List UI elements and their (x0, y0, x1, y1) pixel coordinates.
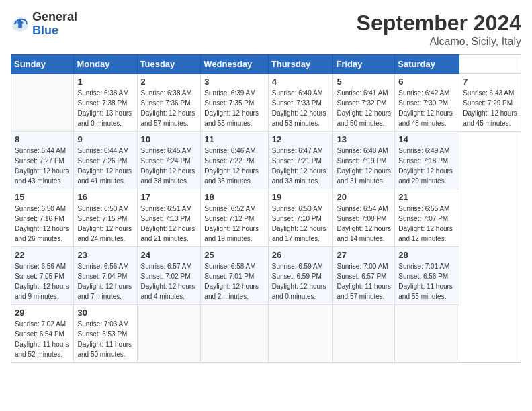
day-number: 6 (398, 77, 455, 87)
calendar-cell: 10Sunrise: 6:45 AMSunset: 7:24 PMDayligh… (137, 132, 201, 189)
day-info: Sunrise: 6:54 AMSunset: 7:08 PMDaylight:… (337, 203, 391, 244)
calendar-cell (333, 305, 395, 363)
day-info: Sunrise: 6:50 AMSunset: 7:16 PMDaylight:… (15, 203, 70, 244)
calendar-cell: 16Sunrise: 6:50 AMSunset: 7:15 PMDayligh… (74, 189, 137, 247)
day-header-monday: Monday (74, 55, 137, 74)
calendar-cell: 23Sunrise: 6:56 AMSunset: 7:04 PMDayligh… (74, 247, 137, 305)
location: Alcamo, Sicily, Italy (357, 36, 521, 48)
calendar-cell: 22Sunrise: 6:56 AMSunset: 7:05 PMDayligh… (11, 247, 74, 305)
day-info: Sunrise: 6:58 AMSunset: 7:01 PMDaylight:… (204, 261, 264, 302)
calendar-cell: 17Sunrise: 6:51 AMSunset: 7:13 PMDayligh… (137, 189, 201, 247)
day-info: Sunrise: 6:56 AMSunset: 7:05 PMDaylight:… (15, 261, 70, 302)
day-number: 18 (204, 192, 264, 202)
logo-general: General (32, 11, 77, 24)
calendar-cell: 12Sunrise: 6:47 AMSunset: 7:21 PMDayligh… (268, 132, 333, 189)
calendar-header-row: SundayMondayTuesdayWednesdayThursdayFrid… (11, 55, 521, 74)
day-number: 3 (204, 77, 264, 87)
day-number: 25 (204, 250, 264, 260)
day-header-sunday: Sunday (11, 55, 74, 74)
day-info: Sunrise: 6:49 AMSunset: 7:18 PMDaylight:… (398, 146, 455, 186)
day-number: 22 (15, 250, 70, 260)
day-number: 13 (337, 134, 391, 144)
calendar-cell: 2Sunrise: 6:38 AMSunset: 7:36 PMDaylight… (137, 74, 201, 132)
calendar-cell (11, 74, 74, 132)
calendar-cell: 11Sunrise: 6:46 AMSunset: 7:22 PMDayligh… (201, 132, 268, 189)
day-info: Sunrise: 6:45 AMSunset: 7:24 PMDaylight:… (141, 146, 197, 186)
calendar-cell: 4Sunrise: 6:40 AMSunset: 7:33 PMDaylight… (268, 74, 333, 132)
calendar-cell: 3Sunrise: 6:39 AMSunset: 7:35 PMDaylight… (201, 74, 268, 132)
calendar: SundayMondayTuesdayWednesdayThursdayFrid… (11, 54, 521, 363)
day-header-wednesday: Wednesday (201, 55, 268, 74)
day-header-friday: Friday (333, 55, 395, 74)
day-info: Sunrise: 6:46 AMSunset: 7:22 PMDaylight:… (204, 146, 264, 186)
logo-blue: Blue (32, 24, 77, 38)
day-info: Sunrise: 7:00 AMSunset: 6:57 PMDaylight:… (337, 261, 391, 302)
calendar-cell (395, 305, 459, 363)
day-number: 29 (15, 308, 70, 318)
day-number: 10 (141, 134, 197, 144)
day-info: Sunrise: 6:59 AMSunset: 6:59 PMDaylight:… (272, 261, 330, 302)
calendar-cell: 19Sunrise: 6:53 AMSunset: 7:10 PMDayligh… (268, 189, 333, 247)
logo: General Blue (11, 11, 77, 38)
day-info: Sunrise: 7:02 AMSunset: 6:54 PMDaylight:… (15, 319, 70, 359)
day-info: Sunrise: 6:42 AMSunset: 7:30 PMDaylight:… (398, 88, 455, 128)
day-info: Sunrise: 6:56 AMSunset: 7:04 PMDaylight:… (77, 261, 133, 302)
day-number: 23 (77, 250, 133, 260)
day-info: Sunrise: 6:57 AMSunset: 7:02 PMDaylight:… (141, 261, 197, 302)
logo-icon (11, 15, 30, 34)
day-number: 11 (204, 134, 264, 144)
day-number: 7 (463, 77, 517, 87)
calendar-cell: 7Sunrise: 6:43 AMSunset: 7:29 PMDaylight… (459, 74, 521, 132)
day-info: Sunrise: 6:55 AMSunset: 7:07 PMDaylight:… (398, 203, 455, 244)
day-info: Sunrise: 7:03 AMSunset: 6:53 PMDaylight:… (77, 319, 133, 359)
day-info: Sunrise: 7:01 AMSunset: 6:56 PMDaylight:… (398, 261, 455, 302)
calendar-week-row: 8Sunrise: 6:44 AMSunset: 7:27 PMDaylight… (11, 132, 521, 189)
calendar-cell: 27Sunrise: 7:00 AMSunset: 6:57 PMDayligh… (333, 247, 395, 305)
day-info: Sunrise: 6:39 AMSunset: 7:35 PMDaylight:… (204, 88, 264, 128)
calendar-week-row: 22Sunrise: 6:56 AMSunset: 7:05 PMDayligh… (11, 247, 521, 305)
calendar-cell (137, 305, 201, 363)
day-info: Sunrise: 6:44 AMSunset: 7:27 PMDaylight:… (15, 146, 70, 186)
calendar-cell: 15Sunrise: 6:50 AMSunset: 7:16 PMDayligh… (11, 189, 74, 247)
day-number: 20 (337, 192, 391, 202)
calendar-week-row: 29Sunrise: 7:02 AMSunset: 6:54 PMDayligh… (11, 305, 521, 363)
calendar-cell (268, 305, 333, 363)
day-header-thursday: Thursday (268, 55, 333, 74)
day-info: Sunrise: 6:52 AMSunset: 7:12 PMDaylight:… (204, 203, 264, 244)
day-number: 30 (77, 308, 133, 318)
day-info: Sunrise: 6:51 AMSunset: 7:13 PMDaylight:… (141, 203, 197, 244)
calendar-cell: 20Sunrise: 6:54 AMSunset: 7:08 PMDayligh… (333, 189, 395, 247)
day-number: 8 (15, 134, 70, 144)
calendar-week-row: 15Sunrise: 6:50 AMSunset: 7:16 PMDayligh… (11, 189, 521, 247)
day-number: 12 (272, 134, 330, 144)
day-number: 27 (337, 250, 391, 260)
calendar-cell: 28Sunrise: 7:01 AMSunset: 6:56 PMDayligh… (395, 247, 459, 305)
day-info: Sunrise: 6:38 AMSunset: 7:38 PMDaylight:… (77, 88, 133, 128)
calendar-cell: 6Sunrise: 6:42 AMSunset: 7:30 PMDaylight… (395, 74, 459, 132)
day-info: Sunrise: 6:44 AMSunset: 7:26 PMDaylight:… (77, 146, 133, 186)
day-number: 26 (272, 250, 330, 260)
calendar-cell: 8Sunrise: 6:44 AMSunset: 7:27 PMDaylight… (11, 132, 74, 189)
day-number: 24 (141, 250, 197, 260)
calendar-cell: 5Sunrise: 6:41 AMSunset: 7:32 PMDaylight… (333, 74, 395, 132)
logo-text: General Blue (32, 11, 77, 38)
day-number: 19 (272, 192, 330, 202)
day-number: 1 (77, 77, 133, 87)
day-header-saturday: Saturday (395, 55, 459, 74)
calendar-cell: 13Sunrise: 6:48 AMSunset: 7:19 PMDayligh… (333, 132, 395, 189)
day-number: 5 (337, 77, 391, 87)
calendar-cell: 9Sunrise: 6:44 AMSunset: 7:26 PMDaylight… (74, 132, 137, 189)
day-number: 17 (141, 192, 197, 202)
calendar-week-row: 1Sunrise: 6:38 AMSunset: 7:38 PMDaylight… (11, 74, 521, 132)
day-info: Sunrise: 6:48 AMSunset: 7:19 PMDaylight:… (337, 146, 391, 186)
page-header: General Blue September 2024 Alcamo, Sici… (11, 11, 521, 48)
calendar-cell: 1Sunrise: 6:38 AMSunset: 7:38 PMDaylight… (74, 74, 137, 132)
day-info: Sunrise: 6:53 AMSunset: 7:10 PMDaylight:… (272, 203, 330, 244)
day-info: Sunrise: 6:43 AMSunset: 7:29 PMDaylight:… (463, 88, 517, 128)
calendar-cell: 24Sunrise: 6:57 AMSunset: 7:02 PMDayligh… (137, 247, 201, 305)
calendar-cell: 25Sunrise: 6:58 AMSunset: 7:01 PMDayligh… (201, 247, 268, 305)
day-info: Sunrise: 6:38 AMSunset: 7:36 PMDaylight:… (141, 88, 197, 128)
day-number: 4 (272, 77, 330, 87)
calendar-cell (201, 305, 268, 363)
day-number: 2 (141, 77, 197, 87)
